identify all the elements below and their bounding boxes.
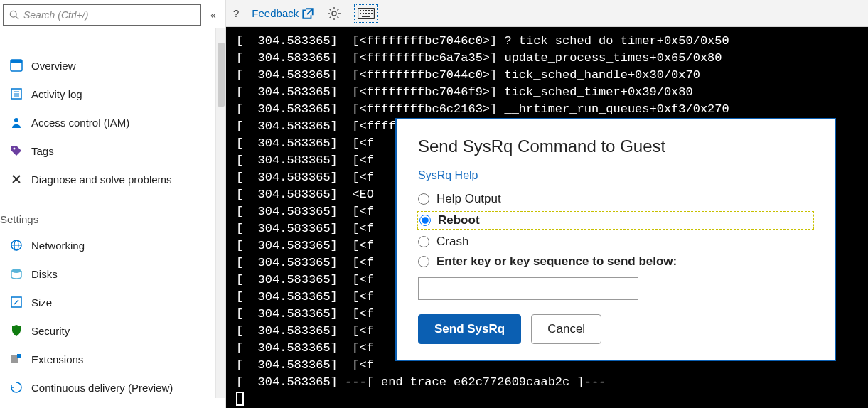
toolbar: ? Feedback xyxy=(226,0,868,27)
svg-point-18 xyxy=(332,11,336,16)
gear-icon xyxy=(327,6,341,21)
sysrq-option-label: Reboot xyxy=(438,213,480,227)
extensions-icon xyxy=(10,353,23,365)
sidebar-item-label: Overview xyxy=(31,60,76,72)
dialog-buttons: Send SysRq Cancel xyxy=(418,314,813,344)
feedback-label: Feedback xyxy=(252,7,299,19)
overview-icon xyxy=(10,59,23,72)
sidebar-item-label: Access control (IAM) xyxy=(31,117,129,129)
sidebar-item-access-control-iam[interactable]: Access control (IAM) xyxy=(0,108,225,136)
continuous-delivery-icon xyxy=(10,381,23,394)
main-pane: ? Feedback [ 304.583365] [<ffffffffbc704… xyxy=(226,0,868,408)
svg-rect-25 xyxy=(360,13,361,14)
svg-point-10 xyxy=(15,178,18,181)
diagnose-icon xyxy=(10,173,23,186)
svg-point-14 xyxy=(11,269,21,273)
sidebar-item-overview[interactable]: Overview xyxy=(0,51,225,80)
svg-rect-29 xyxy=(371,13,373,14)
svg-point-8 xyxy=(14,118,18,122)
keyboard-icon xyxy=(358,8,375,19)
tags-icon xyxy=(10,144,23,157)
section-label: Settings xyxy=(0,193,225,231)
collapse-sidebar-icon[interactable]: « xyxy=(207,9,220,21)
sidebar-scrollbar-thumb[interactable] xyxy=(218,43,225,107)
sidebar-item-security[interactable]: Security xyxy=(0,316,225,345)
sysrq-radio[interactable] xyxy=(418,236,429,247)
sidebar-item-label: Activity log xyxy=(31,88,82,100)
console-cursor xyxy=(236,392,244,406)
sidebar-item-label: Networking xyxy=(31,240,85,252)
sysrq-dialog: Send SysRq Command to Guest SysRq Help H… xyxy=(395,118,836,361)
networking-icon xyxy=(10,239,23,252)
sysrq-option-label: Enter key or key sequence to send below: xyxy=(436,254,677,269)
svg-rect-17 xyxy=(17,354,21,358)
dialog-title: Send SysRq Command to Guest xyxy=(418,136,813,156)
sidebar-item-label: Security xyxy=(31,325,70,337)
nav: OverviewActivity logAccess control (IAM)… xyxy=(0,30,225,402)
sidebar-item-tags[interactable]: Tags xyxy=(0,136,225,165)
sidebar-item-label: Size xyxy=(31,296,52,308)
sysrq-option-crash[interactable]: Crash xyxy=(418,235,813,249)
sysrq-option-enter-key-or-key-sequence-to-send-below[interactable]: Enter key or key sequence to send below: xyxy=(418,254,813,269)
svg-rect-26 xyxy=(363,13,364,14)
sidebar-item-label: Extensions xyxy=(31,353,83,365)
svg-rect-3 xyxy=(11,60,22,63)
feedback-link[interactable]: Feedback xyxy=(252,7,314,20)
keyboard-button[interactable] xyxy=(354,4,378,23)
sidebar-item-label: Tags xyxy=(31,145,54,157)
external-link-icon xyxy=(301,7,314,20)
sysrq-option-label: Crash xyxy=(436,235,468,249)
sidebar: Search (Ctrl+/) « OverviewActivity logAc… xyxy=(0,0,226,408)
sidebar-item-continuous-delivery-preview[interactable]: Continuous delivery (Preview) xyxy=(0,373,225,402)
help-button[interactable]: ? xyxy=(233,7,239,19)
svg-rect-20 xyxy=(360,10,361,11)
sysrq-radio[interactable] xyxy=(418,256,429,267)
svg-rect-21 xyxy=(363,10,364,11)
sidebar-item-label: Diagnose and solve problems xyxy=(31,173,172,186)
sidebar-item-activity-log[interactable]: Activity log xyxy=(0,80,225,108)
svg-line-1 xyxy=(16,16,18,19)
sysrq-option-help-output[interactable]: Help Output xyxy=(418,192,813,206)
sidebar-item-size[interactable]: Size xyxy=(0,288,225,316)
sidebar-scrollbar[interactable] xyxy=(215,28,225,398)
search-placeholder: Search (Ctrl+/) xyxy=(23,9,88,21)
svg-rect-22 xyxy=(365,10,367,11)
svg-rect-24 xyxy=(371,10,373,11)
sysrq-help-link[interactable]: SysRq Help xyxy=(418,169,478,182)
sidebar-item-networking[interactable]: Networking xyxy=(0,231,225,259)
settings-gear-button[interactable] xyxy=(327,6,341,21)
search-icon xyxy=(9,10,19,20)
sidebar-item-extensions[interactable]: Extensions xyxy=(0,345,225,373)
svg-rect-27 xyxy=(365,13,367,14)
access-control-icon xyxy=(10,116,23,129)
sysrq-option-label: Help Output xyxy=(436,192,501,206)
svg-rect-23 xyxy=(368,10,370,11)
search-wrap: Search (Ctrl+/) « xyxy=(0,0,225,30)
sidebar-item-label: Continuous delivery (Preview) xyxy=(31,382,173,394)
svg-point-0 xyxy=(10,11,16,17)
sysrq-option-reboot[interactable]: Reboot xyxy=(418,212,813,229)
svg-rect-28 xyxy=(368,13,370,14)
activity-log-icon xyxy=(10,87,23,100)
security-icon xyxy=(10,324,23,337)
disks-icon xyxy=(10,267,23,280)
svg-point-9 xyxy=(14,148,16,150)
size-icon xyxy=(10,296,23,308)
sidebar-item-label: Disks xyxy=(31,268,58,280)
sysrq-radio[interactable] xyxy=(418,193,429,205)
sysrq-key-input[interactable] xyxy=(418,277,638,300)
sysrq-radio[interactable] xyxy=(419,215,431,226)
cancel-button[interactable]: Cancel xyxy=(531,314,601,344)
sidebar-item-diagnose-and-solve-problems[interactable]: Diagnose and solve problems xyxy=(0,165,225,193)
sidebar-item-disks[interactable]: Disks xyxy=(0,259,225,288)
send-sysrq-button[interactable]: Send SysRq xyxy=(418,314,521,344)
search-input[interactable]: Search (Ctrl+/) xyxy=(3,4,201,26)
svg-rect-30 xyxy=(362,16,370,17)
